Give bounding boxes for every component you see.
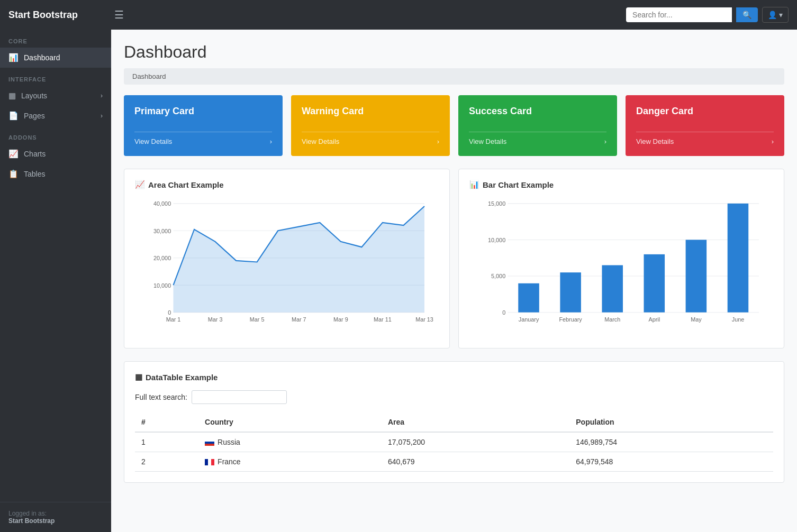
y-axis-label: 5,000 — [491, 273, 505, 279]
sidebar-footer-line2: Start Bootstrap — [8, 517, 103, 525]
card-primary: Primary Card View Details › — [124, 95, 283, 156]
table-header: Population — [569, 412, 773, 432]
x-axis-label: Mar 11 — [374, 316, 392, 323]
y-axis-label: 0 — [502, 309, 505, 316]
bar-june — [728, 204, 749, 313]
sidebar-item-label: Charts — [24, 150, 46, 158]
sidebar: CORE 📊 Dashboard INTERFACE ▦ Layouts › 📄… — [0, 30, 111, 532]
card-title-danger: Danger Card — [636, 106, 774, 117]
card-title-warning: Warning Card — [302, 106, 439, 117]
card-title-success: Success Card — [469, 106, 606, 117]
card-link-primary[interactable]: View Details › — [134, 132, 272, 145]
navbar-right: 🔍 👤 ▾ — [626, 7, 789, 23]
flag-russia — [205, 439, 214, 446]
card-link-warning[interactable]: View Details › — [302, 132, 439, 145]
charts-row: 📈 Area Chart Example 010,00020,00030,000… — [124, 169, 784, 348]
card-title-primary: Primary Card — [134, 106, 272, 117]
bar-march — [602, 265, 623, 312]
x-axis-label: Mar 3 — [208, 316, 223, 323]
sidebar-toggle[interactable]: ☰ — [114, 8, 626, 21]
cards-row: Primary Card View Details › Warning Card… — [124, 95, 784, 156]
table-cell-area: 17,075,200 — [382, 432, 569, 452]
card-success: Success Card View Details › — [458, 95, 617, 156]
layouts-icon: ▦ — [8, 91, 16, 100]
table-cell-population: 146,989,754 — [569, 432, 773, 452]
sidebar-section-interface: INTERFACE — [0, 68, 111, 86]
datatable-title: ▦ DataTable Example — [135, 372, 773, 382]
card-link-arrow-success: › — [604, 137, 606, 145]
card-link-label-success: View Details — [469, 137, 506, 145]
card-warning: Warning Card View Details › — [291, 95, 450, 156]
y-axis-label: 0 — [168, 309, 171, 316]
card-link-arrow-warning: › — [437, 137, 439, 145]
area-chart-icon: 📈 — [135, 180, 145, 189]
area-chart-card: 📈 Area Chart Example 010,00020,00030,000… — [124, 169, 450, 348]
area-fill — [174, 206, 425, 313]
card-link-arrow-primary: › — [270, 137, 272, 145]
bar-january — [518, 283, 539, 313]
navbar: Start Bootstrap ☰ 🔍 👤 ▾ — [0, 0, 797, 30]
x-axis-label: Mar 13 — [415, 316, 433, 323]
breadcrumb: Dashboard — [124, 68, 784, 85]
sidebar-item-left: 📊 Dashboard — [8, 53, 60, 62]
table-cell-population: 64,979,548 — [569, 452, 773, 472]
bar-april — [644, 254, 665, 313]
user-menu-button[interactable]: 👤 ▾ — [762, 7, 789, 23]
datatable-card: ▦ DataTable Example Full text search: #C… — [124, 361, 784, 483]
y-axis-label: 40,000 — [153, 200, 171, 207]
sidebar-item-left: 📄 Pages — [8, 111, 45, 121]
card-link-success[interactable]: View Details › — [469, 132, 606, 145]
sidebar-item-tables[interactable]: 📋 Tables — [0, 164, 111, 184]
pages-icon: 📄 — [8, 111, 19, 121]
x-axis-label: April — [648, 316, 660, 323]
sidebar-item-label: Dashboard — [24, 53, 60, 62]
app-body: CORE 📊 Dashboard INTERFACE ▦ Layouts › 📄… — [0, 30, 797, 532]
tables-icon: 📋 — [8, 169, 19, 179]
search-row: Full text search: — [135, 390, 773, 404]
sidebar-item-layouts[interactable]: ▦ Layouts › — [0, 86, 111, 106]
charts-icon: 📈 — [8, 149, 19, 159]
search-button[interactable]: 🔍 — [736, 7, 758, 22]
table-cell-area: 640,679 — [382, 452, 569, 472]
sidebar-item-label: Layouts — [21, 91, 47, 100]
page-title: Dashboard — [124, 42, 784, 62]
sidebar-footer-line1: Logged in as: — [8, 510, 103, 517]
x-axis-label: May — [691, 316, 702, 323]
datatable-icon: ▦ — [135, 372, 142, 382]
x-axis-label: Mar 7 — [292, 316, 306, 323]
card-link-danger[interactable]: View Details › — [636, 132, 774, 145]
bar-chart-title: 📊 Bar Chart Example — [469, 180, 773, 189]
sidebar-footer: Logged in as: Start Bootstrap — [0, 502, 111, 532]
y-axis-label: 15,000 — [488, 200, 505, 207]
datatable-label: DataTable Example — [146, 373, 218, 382]
card-link-label-danger: View Details — [636, 137, 674, 145]
card-link-arrow-danger: › — [772, 137, 774, 145]
x-axis-label: February — [559, 316, 582, 323]
sidebar-item-charts[interactable]: 📈 Charts — [0, 144, 111, 164]
sidebar-section-core: CORE — [0, 30, 111, 48]
card-link-label-primary: View Details — [134, 137, 172, 145]
datatable-search-input[interactable] — [192, 390, 287, 404]
table-cell-country: Russia — [198, 432, 382, 452]
card-danger: Danger Card View Details › — [626, 95, 784, 156]
x-axis-label: March — [604, 316, 620, 323]
table-row: 1 Russia 17,075,200 146,989,754 — [135, 432, 773, 452]
main-content: Dashboard Dashboard Primary Card View De… — [111, 30, 797, 532]
sidebar-arrow-pages: › — [101, 112, 103, 120]
bar-february — [560, 272, 581, 312]
table-cell-num: 1 — [135, 432, 198, 452]
x-axis-label: June — [732, 316, 744, 323]
sidebar-arrow-layouts: › — [101, 92, 103, 99]
search-input[interactable] — [626, 7, 732, 22]
navbar-brand: Start Bootstrap — [8, 10, 114, 21]
datatable: #CountryAreaPopulation 1 Russia 17,075,2… — [135, 412, 773, 472]
sidebar-item-pages[interactable]: 📄 Pages › — [0, 106, 111, 126]
x-axis-label: January — [519, 316, 539, 323]
table-header: Area — [382, 412, 569, 432]
flag-france — [205, 459, 214, 465]
table-cell-country: France — [198, 452, 382, 472]
y-axis-label: 10,000 — [488, 237, 505, 243]
sidebar-item-dashboard[interactable]: 📊 Dashboard — [0, 48, 111, 68]
table-header: Country — [198, 412, 382, 432]
sidebar-item-left: 📋 Tables — [8, 169, 45, 179]
